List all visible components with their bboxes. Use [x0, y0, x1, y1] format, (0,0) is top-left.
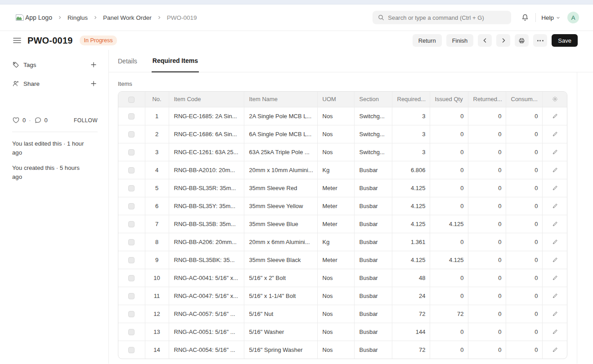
section-cell[interactable]: Busbar — [354, 197, 392, 215]
comment-button[interactable]: 0 — [34, 116, 48, 124]
print-button[interactable] — [515, 34, 529, 47]
section-cell[interactable]: Busbar — [354, 215, 392, 233]
issued-qty-cell[interactable]: 0 — [430, 143, 468, 161]
row-checkbox[interactable] — [128, 149, 135, 155]
issued-qty-cell[interactable]: 72 — [430, 305, 468, 323]
section-cell[interactable]: Busbar — [354, 305, 392, 323]
edit-row-icon[interactable] — [551, 184, 559, 192]
returned-qty-cell[interactable]: 0 — [468, 161, 506, 179]
consumed-qty-cell[interactable]: 0 — [506, 341, 542, 359]
avatar[interactable]: A — [567, 12, 579, 23]
item-name-cell[interactable]: 6A Single Pole MCB L... — [244, 125, 317, 143]
returned-qty-cell[interactable]: 0 — [468, 323, 506, 341]
consumed-qty-cell[interactable]: 0 — [506, 323, 542, 341]
row-number-cell[interactable]: 2 — [145, 125, 169, 143]
follow-button[interactable]: FOLLOW — [74, 117, 98, 124]
consumed-qty-cell[interactable]: 0 — [506, 179, 542, 197]
row-number-cell[interactable]: 5 — [145, 179, 169, 197]
uom-cell[interactable]: Nos — [317, 125, 354, 143]
sidebar-item-tags[interactable]: Tags — [12, 61, 98, 69]
section-cell[interactable]: Busbar — [354, 341, 392, 359]
item-name-cell[interactable]: 63A 25kA Triple Pole ... — [244, 143, 317, 161]
edit-row-icon[interactable] — [551, 310, 559, 318]
app-logo[interactable]: App Logo — [15, 14, 52, 21]
tab-required-items[interactable]: Required Items — [152, 50, 199, 72]
row-checkbox[interactable] — [128, 311, 135, 317]
section-cell[interactable]: Switchg... — [354, 107, 392, 125]
edit-row-icon[interactable] — [551, 148, 559, 156]
item-code-cell[interactable]: RNG-BB-SL35Y: 35m... — [169, 197, 244, 215]
row-checkbox[interactable] — [128, 329, 135, 335]
item-code-cell[interactable]: RNG-EC-1686: 6A Sin... — [169, 125, 244, 143]
row-number-cell[interactable]: 1 — [145, 107, 169, 125]
gear-icon[interactable] — [551, 95, 559, 103]
returned-qty-cell[interactable]: 0 — [468, 305, 506, 323]
section-cell[interactable]: Busbar — [354, 161, 392, 179]
edit-row-icon[interactable] — [551, 328, 559, 336]
consumed-qty-cell[interactable]: 0 — [506, 287, 542, 305]
consumed-qty-cell[interactable]: 0 — [506, 215, 542, 233]
required-qty-cell[interactable]: 1.361 — [392, 233, 430, 251]
return-button[interactable]: Return — [413, 34, 442, 47]
edit-row-icon[interactable] — [551, 220, 559, 228]
edit-row-icon[interactable] — [551, 130, 559, 138]
required-qty-cell[interactable]: 4.125 — [392, 179, 430, 197]
row-checkbox[interactable] — [128, 293, 135, 299]
returned-qty-cell[interactable]: 0 — [468, 341, 506, 359]
edit-row-icon[interactable] — [551, 292, 559, 300]
issued-qty-cell[interactable]: 0 — [430, 341, 468, 359]
item-code-cell[interactable]: RNG-BB-SL35R: 35m... — [169, 179, 244, 197]
returned-qty-cell[interactable]: 0 — [468, 125, 506, 143]
issued-qty-cell[interactable]: 0 — [430, 161, 468, 179]
row-checkbox[interactable] — [128, 167, 135, 173]
uom-cell[interactable]: Nos — [317, 341, 354, 359]
add-tag-button[interactable] — [90, 61, 98, 69]
row-number-cell[interactable]: 7 — [145, 215, 169, 233]
save-button[interactable]: Save — [552, 34, 578, 47]
row-checkbox[interactable] — [128, 239, 135, 245]
uom-cell[interactable]: Nos — [317, 287, 354, 305]
item-code-cell[interactable]: RNG-AC-0047: 5/16" x... — [169, 287, 244, 305]
row-number-cell[interactable]: 11 — [145, 287, 169, 305]
returned-qty-cell[interactable]: 0 — [468, 197, 506, 215]
uom-cell[interactable]: Meter — [317, 179, 354, 197]
notifications-bell-icon[interactable] — [519, 12, 531, 23]
required-qty-cell[interactable]: 3 — [392, 125, 430, 143]
returned-qty-cell[interactable]: 0 — [468, 143, 506, 161]
item-code-cell[interactable]: RNG-EC-1261: 63A 25... — [169, 143, 244, 161]
section-cell[interactable]: Switchg... — [354, 143, 392, 161]
returned-qty-cell[interactable]: 0 — [468, 251, 506, 269]
consumed-qty-cell[interactable]: 0 — [506, 197, 542, 215]
menu-icon[interactable] — [12, 36, 22, 44]
add-share-button[interactable] — [90, 80, 98, 88]
item-name-cell[interactable]: 35mm Sleeve Black — [244, 251, 317, 269]
issued-qty-cell[interactable]: 0 — [430, 269, 468, 287]
edit-row-icon[interactable] — [551, 238, 559, 246]
uom-cell[interactable]: Meter — [317, 251, 354, 269]
item-code-cell[interactable]: RNG-AC-0057: 5/16" ... — [169, 305, 244, 323]
required-qty-cell[interactable]: 24 — [392, 287, 430, 305]
row-number-cell[interactable]: 6 — [145, 197, 169, 215]
section-cell[interactable]: Busbar — [354, 323, 392, 341]
finish-button[interactable]: Finish — [446, 34, 474, 47]
issued-qty-cell[interactable]: 4.125 — [430, 251, 468, 269]
item-name-cell[interactable]: 2A Single Pole MCB L... — [244, 107, 317, 125]
like-button[interactable]: 0 — [12, 116, 26, 124]
section-cell[interactable]: Busbar — [354, 269, 392, 287]
item-code-cell[interactable]: RNG-BB-A2010: 20m... — [169, 161, 244, 179]
issued-qty-cell[interactable]: 0 — [430, 233, 468, 251]
returned-qty-cell[interactable]: 0 — [468, 233, 506, 251]
issued-qty-cell[interactable]: 0 — [430, 107, 468, 125]
uom-cell[interactable]: Nos — [317, 323, 354, 341]
section-cell[interactable]: Busbar — [354, 251, 392, 269]
returned-qty-cell[interactable]: 0 — [468, 287, 506, 305]
more-menu-button[interactable] — [533, 34, 547, 47]
item-name-cell[interactable]: 5/16" Spring Washer — [244, 341, 317, 359]
returned-qty-cell[interactable]: 0 — [468, 179, 506, 197]
consumed-qty-cell[interactable]: 0 — [506, 251, 542, 269]
returned-qty-cell[interactable]: 0 — [468, 215, 506, 233]
uom-cell[interactable]: Kg — [317, 161, 354, 179]
edit-row-icon[interactable] — [551, 202, 559, 210]
row-number-cell[interactable]: 10 — [145, 269, 169, 287]
row-checkbox[interactable] — [128, 185, 135, 191]
